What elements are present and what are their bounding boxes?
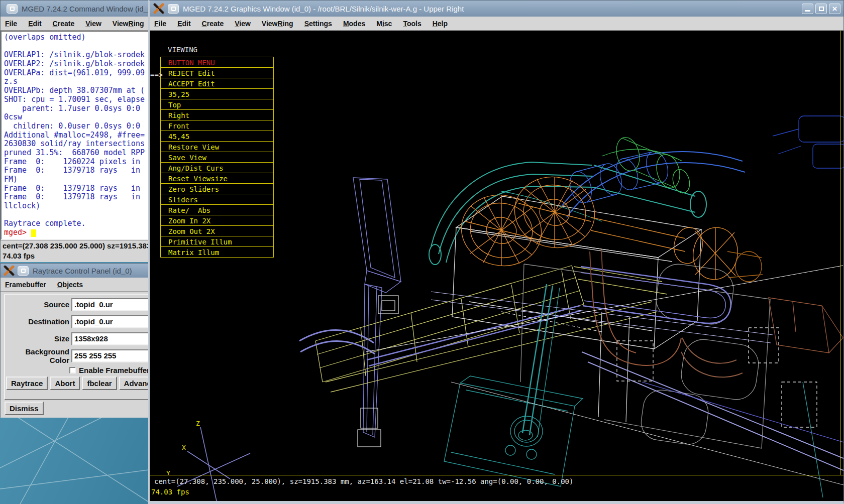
enable-framebuffer-checkbox[interactable]: [69, 367, 76, 373]
raytrace-form: Source .topid_0.ur Destination .topid_0.…: [4, 294, 155, 400]
viewing-menu-item[interactable]: Zoom Out 2X: [161, 225, 273, 236]
menu-item[interactable]: Edit: [177, 20, 190, 28]
menu-item[interactable]: Misc: [376, 20, 392, 28]
menu-label-pre: View: [262, 20, 278, 28]
viewing-menu-item[interactable]: Matrix Illum: [161, 246, 273, 257]
viewing-menu-item[interactable]: Primitive Illum: [161, 236, 273, 246]
raytrace-action-button[interactable]: Raytrace: [6, 376, 48, 390]
terminal-output[interactable]: (overlaps omitted)OVERLAP1: /silnik.g/bl…: [1, 31, 149, 240]
menu-item[interactable]: Edit: [28, 20, 41, 28]
viewing-menu-item[interactable]: Zoom In 2X: [161, 215, 273, 225]
viewing-menu-item[interactable]: Save View: [161, 152, 273, 162]
viewing-menu-item[interactable]: ACCEPT Edit: [161, 78, 273, 88]
graphics-titlebar[interactable]: MGED 7.24.2 Graphics Window (id_0) - /ro…: [150, 1, 843, 17]
terminal-line: FM): [4, 175, 148, 184]
viewing-menu-item-label: Restore View: [168, 143, 219, 151]
terminal-line: 0csw: [4, 113, 148, 122]
viewing-menu-item[interactable]: Rate/ Abs: [161, 204, 273, 215]
viewing-menu-item-label: Save View: [168, 154, 206, 162]
viewing-menu-item[interactable]: Reset Viewsize: [161, 173, 273, 183]
terminal-line: Frame 0: 1260224 pixels in: [4, 158, 148, 167]
menu-item[interactable]: Create: [53, 20, 75, 28]
faceplate-status-separator: [150, 475, 843, 475]
menu-item[interactable]: Tools: [403, 20, 421, 28]
menu-label-post: bjects: [63, 281, 83, 289]
menu-pointer-arrow: ==>: [150, 71, 163, 79]
terminal-line: Frame 0: 1379718 rays in: [4, 184, 148, 193]
minimize-icon: [805, 10, 810, 12]
terminal-line: z.s: [4, 77, 148, 86]
raytrace-action-button[interactable]: fbclear: [82, 376, 117, 390]
menu-label-post: ing: [134, 20, 144, 28]
menu-label-accel: V: [85, 20, 90, 28]
window-menu-button[interactable]: [168, 4, 179, 14]
menu-label-post: ools: [407, 20, 421, 28]
menu-item[interactable]: ViewRing: [113, 20, 144, 28]
field-label: Background Color: [5, 347, 71, 364]
viewing-menu-item-label: Ang/Dist Curs: [168, 164, 224, 172]
viewing-menu-item-label: REJECT Edit: [168, 69, 215, 77]
field-input[interactable]: 1358x928: [71, 332, 154, 345]
raytrace-body: Source .topid_0.ur Destination .topid_0.…: [1, 292, 149, 418]
command-status-fps: 74.03 fps: [3, 251, 147, 261]
viewing-menu-item-label: Reset Viewsize: [168, 175, 228, 183]
menu-item[interactable]: Settings: [304, 20, 332, 28]
window-menu-button[interactable]: [18, 266, 29, 276]
menu-item[interactable]: Modes: [343, 20, 365, 28]
menu-item[interactable]: Create: [202, 20, 224, 28]
close-button[interactable]: ×: [829, 4, 840, 14]
exhaust-pipes: [590, 249, 843, 377]
viewing-menu-item[interactable]: BUTTON MENU: [161, 57, 273, 67]
command-window-titlebar[interactable]: MGED 7.24.2 Command Window (id_0): [1, 1, 148, 17]
menu-item[interactable]: File: [154, 20, 166, 28]
menu-item[interactable]: File: [5, 20, 17, 28]
raytrace-action-button[interactable]: Abort: [50, 376, 80, 390]
viewing-menu-item[interactable]: REJECT Edit: [161, 67, 273, 78]
menu-label-post: iew: [239, 20, 251, 28]
field-label: Source: [5, 300, 71, 309]
raytrace-control-panel: Raytrace Control Panel (id_0) Framebuffe…: [0, 263, 149, 417]
viewing-menu-item[interactable]: Right: [161, 109, 273, 120]
viewing-menu-item[interactable]: Zero Sliders: [161, 183, 273, 194]
viewing-menu-item[interactable]: Sliders: [161, 194, 273, 204]
viewing-menu-item[interactable]: Ang/Dist Curs: [161, 162, 273, 173]
menu-label-accel: R: [278, 20, 283, 28]
menu-item[interactable]: Help: [433, 20, 448, 28]
field-input[interactable]: .topid_0.ur: [71, 315, 154, 328]
viewing-menu-item[interactable]: Front: [161, 120, 273, 131]
engine-block: [452, 196, 701, 349]
graphics-canvas[interactable]: Z X Y VIEWING BUTTON MENUREJECT EditACCE…: [150, 31, 843, 501]
viewing-menu-item[interactable]: 35,25: [161, 88, 273, 99]
menu-item[interactable]: ViewRing: [262, 20, 293, 28]
terminal-line: [4, 42, 148, 51]
menu-label-post: sc: [384, 20, 392, 28]
menu-item[interactable]: View: [85, 20, 101, 28]
viewing-menu-item[interactable]: 45,45: [161, 131, 273, 141]
viewing-menu-item-label: 35,25: [168, 90, 189, 98]
field-input[interactable]: .topid_0.ur: [71, 298, 154, 311]
menu-item[interactable]: Framebuffer: [5, 281, 46, 289]
graphics-window: MGED 7.24.2 Graphics Window (id_0) - /ro…: [148, 0, 844, 504]
viewing-menu-item-label: 45,45: [168, 133, 189, 141]
command-status-view: cent=(27.308 235.000 25.000) sz=1915.383: [3, 241, 147, 251]
raytrace-field-row: Source .topid_0.ur: [5, 298, 154, 311]
faceplate-right-border: [840, 31, 840, 475]
viewing-menu-item-label: Sliders: [168, 196, 198, 204]
menu-label-post: iew: [90, 20, 101, 28]
window-menu-button[interactable]: [7, 4, 18, 14]
menu-item[interactable]: Objects: [57, 281, 83, 289]
viewing-menu-item-label: ACCEPT Edit: [168, 80, 215, 88]
raytrace-titlebar[interactable]: Raytrace Control Panel (id_0): [1, 264, 148, 278]
maximize-button[interactable]: [815, 4, 827, 14]
viewing-menu-item[interactable]: Restore View: [161, 141, 273, 152]
dismiss-button[interactable]: Dismiss: [5, 402, 44, 415]
minimize-button[interactable]: [802, 4, 813, 14]
menu-item[interactable]: View: [235, 20, 251, 28]
viewing-menu-item[interactable]: Top: [161, 99, 273, 109]
graphics-window-title: MGED 7.24.2 Graphics Window (id_0) - /ro…: [183, 5, 464, 13]
field-input[interactable]: 255 255 255: [71, 349, 154, 362]
terminal-line: llclock): [4, 202, 148, 211]
flywheel-assembly: [455, 170, 763, 283]
terminal-line: children: 0.0user 0.0sys 0:0: [4, 122, 148, 131]
graphics-menubar: FileEditCreateViewViewRingSettingsModesM…: [150, 17, 843, 31]
